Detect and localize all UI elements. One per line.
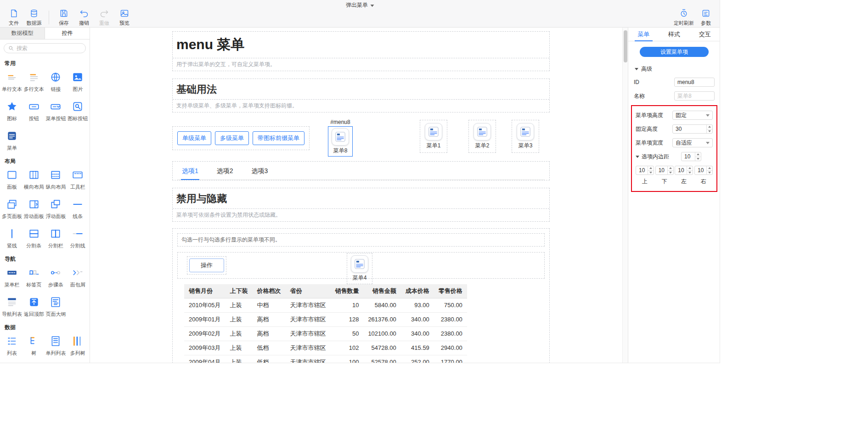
- palette-item-分割条[interactable]: 分割条: [23, 228, 45, 250]
- padding-side-stepper[interactable]: 10: [694, 166, 713, 175]
- palette-item-浮动面板[interactable]: 浮动面板: [45, 198, 67, 220]
- stepper-up-icon[interactable]: [695, 152, 701, 157]
- sidebar-tab-控件[interactable]: 控件: [45, 28, 90, 39]
- palette-item-树[interactable]: 树: [23, 335, 45, 357]
- padding-side-stepper[interactable]: 10: [636, 166, 654, 175]
- palette-item-横向布局[interactable]: 横向布局: [23, 169, 45, 191]
- stepper-up-icon[interactable]: [687, 166, 693, 170]
- advanced-section-toggle[interactable]: 高级: [635, 65, 720, 73]
- palette-item-工具栏[interactable]: 工具栏: [67, 169, 89, 191]
- table-row[interactable]: 2009年01月上装高档天津市市辖区128261376.00340.002380…: [184, 312, 467, 326]
- basic-section-header[interactable]: 基础用法 支持单级菜单、多级菜单，菜单项支持图标前缀。: [172, 79, 550, 112]
- menu-widget[interactable]: 菜单8: [332, 128, 349, 155]
- palette-item-菜单按钮[interactable]: 菜单按钮: [45, 101, 67, 123]
- demo-buttons-slot[interactable]: 单级菜单多级菜单带图标前缀菜单: [172, 126, 310, 150]
- palette-item-滑动面板[interactable]: 滑动面板: [23, 198, 45, 220]
- demo-button-多级菜单[interactable]: 多级菜单: [215, 131, 249, 145]
- toolbar-button-save[interactable]: 保存: [54, 9, 74, 27]
- palette-item-导航列表[interactable]: 导航列表: [1, 296, 23, 318]
- palette-item-菜单[interactable]: 菜单: [1, 130, 23, 152]
- table-row[interactable]: 2010年05月上装中档天津市市辖区105840.0093.00750.00: [184, 298, 467, 312]
- properties-tab-菜单[interactable]: 菜单: [628, 28, 659, 41]
- table-row[interactable]: 2009年03月上装低档天津市市辖区10254728.00415.592940.…: [184, 341, 467, 355]
- palette-item-分割线[interactable]: 分割线: [67, 228, 89, 250]
- stepper-up-icon[interactable]: [668, 166, 673, 170]
- menu-widget[interactable]: 菜单4: [351, 255, 368, 282]
- palette-item-单列列表[interactable]: 单列列表: [45, 335, 67, 357]
- palette-item-面包屑[interactable]: 面包屑: [67, 267, 89, 289]
- palette-item-多行文本[interactable]: 多行文本: [23, 71, 45, 93]
- sidebar-tab-数据模型[interactable]: 数据模型: [0, 28, 45, 39]
- menu-widget-slot[interactable]: 菜单3: [512, 120, 539, 153]
- stepper-up-icon[interactable]: [648, 166, 654, 170]
- item-width-select[interactable]: 自适应: [672, 138, 713, 147]
- set-menu-items-button[interactable]: 设置菜单项: [640, 47, 709, 57]
- disable-section-header[interactable]: 禁用与隐藏 菜单项可依据条件设置为禁用状态或隐藏。: [172, 188, 550, 222]
- toolbar-button-timer-refresh[interactable]: 定时刷新: [672, 9, 696, 27]
- padding-side-stepper[interactable]: 10: [675, 166, 693, 175]
- palette-item-页面大纲[interactable]: 页面大纲: [45, 296, 67, 318]
- canvas-scrollbar[interactable]: [622, 28, 628, 363]
- menu-widget[interactable]: 菜单3: [517, 123, 534, 150]
- menu-widget[interactable]: 菜单2: [473, 123, 491, 150]
- page-header-block[interactable]: menu 菜单 用于弹出菜单的交互，可自定义菜单项。: [172, 31, 550, 71]
- palette-item-标签页[interactable]: 标签页: [23, 267, 45, 289]
- demo-tab-选项2[interactable]: 选项2: [216, 163, 234, 180]
- palette-item-分割栏[interactable]: 分割栏: [45, 228, 67, 250]
- toolbar-button-file[interactable]: 文件: [4, 9, 24, 27]
- table-row[interactable]: 2009年02月上装高档天津市市辖区50102100.00340.002380.…: [184, 326, 467, 341]
- palette-item-面板[interactable]: 面板: [1, 169, 23, 191]
- demo-button-单级菜单[interactable]: 单级菜单: [177, 131, 211, 145]
- stepper-down-icon[interactable]: [668, 170, 673, 175]
- palette-item-列表[interactable]: 列表: [1, 335, 23, 357]
- demo-tab-选项1[interactable]: 选项1: [181, 163, 199, 180]
- selection-box[interactable]: 菜单8: [328, 126, 353, 157]
- stepper-down-icon[interactable]: [648, 170, 654, 175]
- stepper-up-icon[interactable]: [707, 166, 712, 170]
- palette-item-多列树[interactable]: 多列树: [67, 335, 89, 357]
- palette-item-图标[interactable]: 图标: [1, 101, 23, 123]
- fixed-height-stepper[interactable]: 30: [672, 124, 713, 134]
- table-row[interactable]: 2009年04月上装低档天津市市辖区10052578.00252.001770.…: [184, 355, 467, 363]
- demo-button-带图标前缀菜单[interactable]: 带图标前缀菜单: [253, 131, 304, 145]
- padding-side-stepper[interactable]: 10: [655, 166, 674, 175]
- stepper-up-icon[interactable]: [707, 125, 712, 129]
- toolbar-button-preview[interactable]: 预览: [114, 9, 135, 27]
- search-input[interactable]: 搜索: [4, 43, 86, 53]
- name-input[interactable]: 菜单8: [674, 91, 715, 101]
- stepper-down-icon[interactable]: [695, 157, 701, 161]
- padding-stepper[interactable]: 10: [681, 152, 701, 161]
- scrollbar-thumb[interactable]: [624, 30, 627, 62]
- menu-widget-slot[interactable]: 菜单1: [420, 120, 447, 153]
- palette-item-图片[interactable]: 图片: [67, 71, 89, 93]
- selected-menu-widget[interactable]: #menu8 菜单8: [328, 119, 353, 157]
- palette-item-图标按钮[interactable]: 图标按钮: [67, 101, 89, 123]
- action-button-slot[interactable]: 操作: [187, 256, 226, 275]
- stepper-down-icon[interactable]: [687, 170, 693, 175]
- palette-item-返回顶部[interactable]: 返回顶部: [23, 296, 45, 318]
- toolbar-button-datasource[interactable]: 数据源: [24, 9, 44, 27]
- palette-item-单行文本[interactable]: 单行文本: [1, 71, 23, 93]
- palette-item-步骤条[interactable]: 步骤条: [45, 267, 67, 289]
- palette-item-菜单栏[interactable]: 菜单栏: [1, 267, 23, 289]
- properties-tab-样式[interactable]: 样式: [659, 28, 690, 41]
- demo-tab-选项3[interactable]: 选项3: [251, 163, 269, 180]
- menu-widget-slot[interactable]: 菜单2: [468, 120, 496, 153]
- stepper-down-icon[interactable]: [707, 129, 712, 134]
- item-height-select[interactable]: 固定: [672, 111, 713, 120]
- menu-widget[interactable]: 菜单1: [425, 123, 442, 150]
- palette-item-线条[interactable]: 线条: [67, 198, 89, 220]
- id-input[interactable]: menu8: [674, 78, 715, 87]
- palette-item-多页面板[interactable]: 多页面板: [1, 198, 23, 220]
- toolbar-button-undo[interactable]: 撤销: [74, 9, 94, 27]
- action-button[interactable]: 操作: [189, 258, 224, 272]
- palette-item-链接[interactable]: 链接: [45, 71, 67, 93]
- toolbar-button-params[interactable]: 参数: [696, 9, 716, 27]
- properties-tab-交互[interactable]: 交互: [689, 28, 720, 41]
- palette-item-竖线[interactable]: 竖线: [1, 228, 23, 250]
- demo-tabs-block[interactable]: 选项1选项2选项3: [172, 161, 550, 180]
- padding-toggle[interactable]: 选项内边距: [636, 153, 669, 161]
- palette-item-纵向布局[interactable]: 纵向布局: [45, 169, 67, 191]
- design-canvas[interactable]: menu 菜单 用于弹出菜单的交互，可自定义菜单项。 基础用法 支持单级菜单、多…: [90, 28, 622, 363]
- palette-item-按钮[interactable]: 按钮: [23, 101, 45, 123]
